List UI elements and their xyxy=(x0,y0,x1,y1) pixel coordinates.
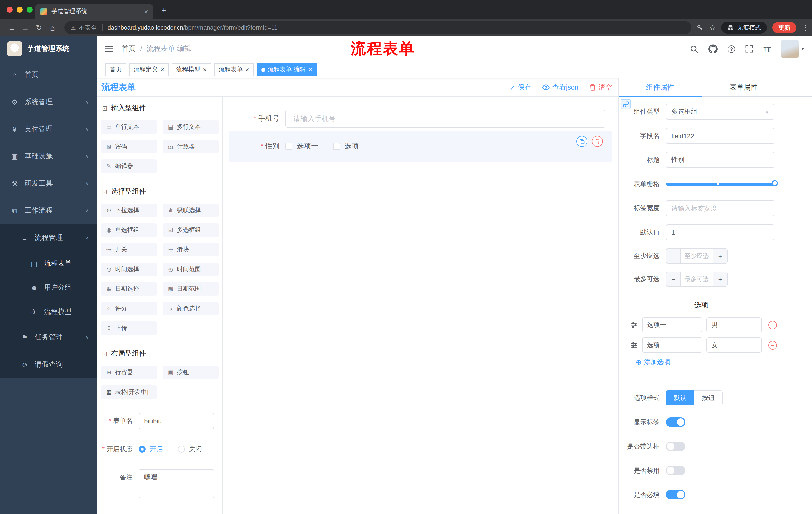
slider-handle[interactable] xyxy=(772,180,778,186)
palette-item-text-input[interactable]: 单行文本 xyxy=(101,120,157,134)
palette-item-date-picker[interactable]: 日期选择 xyxy=(101,282,157,296)
key-icon[interactable] xyxy=(697,24,704,31)
palette-item-checkbox-group[interactable]: 多选框组 xyxy=(163,223,219,237)
save-button[interactable]: ✓ 保存 xyxy=(510,83,531,92)
checkbox-icon[interactable] xyxy=(285,143,292,150)
palette-item-date-range[interactable]: 日期范围 xyxy=(163,282,219,296)
tab-close-icon[interactable]: × xyxy=(144,8,148,15)
slider-track[interactable] xyxy=(666,183,774,186)
max-select-value[interactable]: 最多可选 xyxy=(681,272,713,286)
avatar[interactable] xyxy=(781,40,799,58)
border-toggle[interactable] xyxy=(666,441,685,451)
tag-process-form[interactable]: 流程表单 × xyxy=(214,63,254,76)
option-label-input[interactable] xyxy=(642,317,702,332)
breadcrumb-home[interactable]: 首页 xyxy=(122,44,136,53)
decrement-button[interactable]: − xyxy=(666,272,681,286)
grid-slider[interactable] xyxy=(666,176,774,192)
tag-process-form-edit[interactable]: 流程表单-编辑 × xyxy=(257,63,317,76)
phone-input[interactable] xyxy=(285,110,606,128)
search-icon[interactable] xyxy=(690,45,698,53)
form-remark-textarea[interactable]: 嘿嘿 xyxy=(139,469,214,498)
palette-item-color-picker[interactable]: 颜色选择 xyxy=(163,302,219,315)
sidebar-item-home[interactable]: 首页 xyxy=(0,61,97,88)
palette-item-radio-group[interactable]: 单选框组 xyxy=(101,223,157,237)
fullscreen-icon[interactable] xyxy=(745,45,753,53)
canvas-field-gender[interactable]: 性别 选项一 选项二 xyxy=(229,131,611,162)
palette-item-editor[interactable]: 编辑器 xyxy=(101,159,157,173)
reload-icon[interactable]: ↻ xyxy=(32,23,46,32)
address-bar[interactable]: ⚠ 不安全 dashboard.yudao.iocoder.cn /bpm/ma… xyxy=(64,21,692,34)
style-button-button[interactable]: 按钮 xyxy=(694,390,723,405)
tab-form-props[interactable]: 表单属性 xyxy=(702,78,785,96)
sidebar-item-workflow[interactable]: 工作流程 ∧ xyxy=(0,197,97,224)
radio-closed[interactable]: 关闭 xyxy=(178,444,202,454)
radio-open[interactable]: 开启 xyxy=(139,444,163,454)
default-value-input[interactable] xyxy=(666,224,774,240)
palette-item-textarea[interactable]: 多行文本 xyxy=(163,120,219,134)
palette-item-table[interactable]: 表格[开发中] xyxy=(101,385,157,399)
tag-close-icon[interactable]: × xyxy=(245,66,249,73)
sidebar-item-task-manage[interactable]: 任务管理 ∨ xyxy=(0,324,97,351)
drag-handle-icon[interactable] xyxy=(631,341,638,349)
security-label[interactable]: 不安全 xyxy=(79,23,97,32)
option-value-input[interactable] xyxy=(706,317,762,332)
font-size-icon[interactable]: TT xyxy=(763,45,771,53)
hamburger-icon[interactable] xyxy=(104,45,113,53)
label-width-input[interactable] xyxy=(666,200,774,216)
tag-close-icon[interactable]: × xyxy=(203,66,206,73)
palette-item-switch[interactable]: 开关 xyxy=(101,243,157,256)
sidebar-item-process-model[interactable]: 流程模型 xyxy=(0,300,97,324)
show-label-toggle[interactable] xyxy=(666,417,685,427)
min-select-value[interactable]: 至少应选 xyxy=(681,249,713,263)
form-name-input[interactable] xyxy=(139,413,214,429)
kebab-menu-icon[interactable]: ⋮ xyxy=(802,23,807,32)
tag-process-definition[interactable]: 流程定义 × xyxy=(129,63,169,76)
increment-button[interactable]: + xyxy=(713,272,727,286)
clear-button[interactable]: 清空 xyxy=(589,83,612,92)
title-input[interactable] xyxy=(666,152,774,168)
remove-option-button[interactable]: − xyxy=(768,341,777,349)
user-menu[interactable]: ▾ xyxy=(781,40,804,58)
copy-component-button[interactable] xyxy=(576,136,587,147)
tag-process-model[interactable]: 流程模型 × xyxy=(172,63,211,76)
delete-component-button[interactable] xyxy=(592,136,603,147)
form-canvas[interactable]: 手机号 xyxy=(223,97,618,514)
sidebar-item-system[interactable]: 系统管理 ∨ xyxy=(0,88,97,116)
tag-close-icon[interactable]: × xyxy=(309,66,312,73)
sidebar-item-process-manage[interactable]: 流程管理 ∧ xyxy=(0,224,97,251)
increment-button[interactable]: + xyxy=(713,249,727,263)
palette-item-select[interactable]: 下拉选择 xyxy=(101,204,157,217)
palette-item-cascader[interactable]: 级联选择 xyxy=(163,204,219,217)
add-option-button[interactable]: ⊕ 添加选项 xyxy=(636,358,779,367)
drag-handle-icon[interactable] xyxy=(631,321,638,329)
palette-item-rate[interactable]: 评分 xyxy=(101,302,157,315)
tag-home[interactable]: 首页 xyxy=(105,63,126,76)
palette-item-password[interactable]: 密码 xyxy=(101,140,157,154)
palette-item-upload[interactable]: 上传 xyxy=(101,321,157,335)
option-value-input[interactable] xyxy=(706,337,762,353)
palette-item-time-picker[interactable]: 时间选择 xyxy=(101,263,157,276)
component-type-select[interactable]: 多选框组 ∨ xyxy=(666,104,774,120)
checkbox-option-1[interactable]: 选项一 xyxy=(285,142,318,151)
github-icon[interactable] xyxy=(708,44,718,53)
field-name-input[interactable] xyxy=(666,128,774,144)
panel-link-icon[interactable] xyxy=(620,99,631,109)
checkbox-option-2[interactable]: 选项二 xyxy=(333,142,366,151)
help-icon[interactable]: ? xyxy=(728,45,735,53)
option-label-input[interactable] xyxy=(642,337,702,353)
style-default-button[interactable]: 默认 xyxy=(666,390,694,405)
required-toggle[interactable] xyxy=(666,490,685,499)
palette-item-slider[interactable]: 滑块 xyxy=(163,243,219,256)
decrement-button[interactable]: − xyxy=(666,249,681,263)
forward-icon[interactable]: → xyxy=(19,23,32,32)
canvas-field-phone[interactable]: 手机号 xyxy=(229,110,611,128)
update-button[interactable]: 更新 xyxy=(772,22,796,33)
tab-component-props[interactable]: 组件属性 xyxy=(618,78,702,96)
sidebar-item-infra[interactable]: 基础设施 ∨ xyxy=(0,143,97,170)
sidebar-item-devtools[interactable]: 研发工具 ∨ xyxy=(0,170,97,197)
bookm​ark-star-icon[interactable]: ☆ xyxy=(709,24,716,32)
sidebar-item-payment[interactable]: 支付管理 ∨ xyxy=(0,116,97,143)
browser-tab[interactable]: 芋道管理系统 × xyxy=(35,3,153,19)
close-window-button[interactable] xyxy=(6,6,12,12)
tag-close-icon[interactable]: × xyxy=(160,66,164,73)
